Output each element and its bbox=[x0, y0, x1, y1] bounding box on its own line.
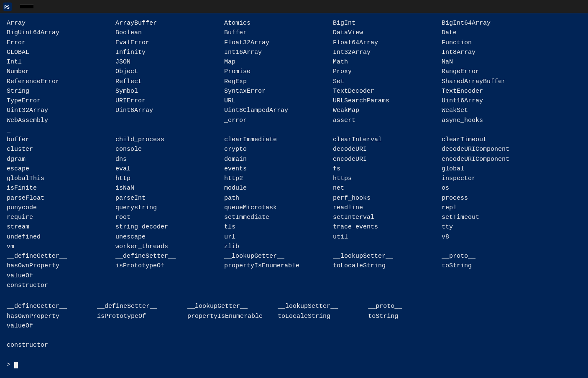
grid-cell: process bbox=[442, 193, 550, 203]
grid-cell bbox=[224, 281, 333, 290]
grid-cell: __defineGetter__ bbox=[7, 251, 115, 261]
grid-cell: buffer bbox=[7, 135, 115, 145]
grid-cell: TextDecoder bbox=[333, 86, 442, 96]
grid-cell: RangeError bbox=[442, 67, 550, 76]
grid-cell bbox=[224, 271, 333, 281]
grid-cell: v8 bbox=[442, 232, 550, 242]
grid-cell: worker_threads bbox=[115, 242, 224, 251]
grid-cell: Promise bbox=[224, 67, 333, 76]
grid-cell: Int16Array bbox=[224, 48, 333, 57]
grid-cell: TextEncoder bbox=[442, 86, 550, 96]
grid-cell: Math bbox=[333, 57, 442, 67]
minimize-button[interactable] bbox=[524, 0, 543, 13]
grid-cell: BigUint64Array bbox=[7, 28, 115, 38]
grid-cell: parseInt bbox=[115, 193, 224, 203]
grid-cell bbox=[333, 271, 442, 281]
grid-cell: child_process bbox=[115, 135, 224, 145]
grid-cell: repl bbox=[442, 203, 550, 213]
grid-cell: http bbox=[115, 174, 224, 183]
grid-cell: decodeURI bbox=[333, 145, 442, 154]
svg-text:PS: PS bbox=[4, 5, 10, 10]
grid-cell: Object bbox=[115, 67, 224, 76]
grid-cell bbox=[115, 116, 224, 125]
grid-cell: tls bbox=[224, 222, 333, 232]
grid-cell: URL bbox=[224, 96, 333, 106]
terminal-window[interactable]: ArrayArrayBufferAtomicsBigIntBigInt64Arr… bbox=[0, 13, 588, 378]
final-prompt[interactable]: > bbox=[7, 360, 581, 370]
grid-cell: RegExp bbox=[224, 77, 333, 86]
grid-cell: Reflect bbox=[115, 77, 224, 86]
grid-cell: parseFloat bbox=[7, 193, 115, 203]
active-tab[interactable] bbox=[20, 5, 33, 8]
grid-cell: Boolean bbox=[115, 28, 224, 38]
grid-cell: isFinite bbox=[7, 183, 115, 193]
grid-cell: vm bbox=[7, 242, 115, 251]
globals-grid: ArrayArrayBufferAtomicsBigIntBigInt64Arr… bbox=[7, 18, 581, 290]
grid-cell: clearImmediate bbox=[224, 135, 333, 145]
grid-cell: _error bbox=[224, 116, 333, 125]
cursor bbox=[14, 362, 18, 368]
grid-cell: WeakMap bbox=[333, 106, 442, 115]
grid-cell: root bbox=[115, 213, 224, 222]
grid-cell: BigInt64Array bbox=[442, 18, 550, 28]
grid-cell: http2 bbox=[224, 174, 333, 183]
grid-cell: queueMicrotask bbox=[224, 203, 333, 213]
grid-cell: propertyIsEnumerable bbox=[224, 261, 333, 271]
grid-cell: __lookupGetter__ bbox=[224, 251, 333, 261]
grid-cell bbox=[333, 242, 442, 251]
grid-cell: __lookupSetter__ bbox=[333, 251, 442, 261]
grid-cell: setTimeout bbox=[442, 213, 550, 222]
grid-cell: inspector bbox=[442, 174, 550, 183]
grid-cell: stream bbox=[7, 222, 115, 232]
grid-cell: Array bbox=[7, 18, 115, 28]
grid-cell: https bbox=[333, 174, 442, 183]
grid-cell: os bbox=[442, 183, 550, 193]
maximize-button[interactable] bbox=[545, 0, 564, 13]
grid-cell: undefined bbox=[7, 232, 115, 242]
grid-cell: DataView bbox=[333, 28, 442, 38]
grid-cell: globalThis bbox=[7, 174, 115, 183]
grid-cell: Int8Array bbox=[442, 48, 550, 57]
grid-cell: Atomics bbox=[224, 18, 333, 28]
special-row-1: __defineGetter__ __defineSetter__ __look… bbox=[7, 302, 581, 311]
grid-cell: crypto bbox=[224, 145, 333, 154]
grid-cell: escape bbox=[7, 164, 115, 174]
grid-cell: ReferenceError bbox=[7, 77, 115, 86]
grid-cell: Map bbox=[224, 57, 333, 67]
grid-cell: readline bbox=[333, 203, 442, 213]
grid-cell: constructor bbox=[7, 281, 115, 290]
grid-cell: String bbox=[7, 86, 115, 96]
grid-cell: cluster bbox=[7, 145, 115, 154]
grid-cell: Function bbox=[442, 38, 550, 48]
grid-cell: EvalError bbox=[115, 38, 224, 48]
grid-cell: async_hooks bbox=[442, 116, 550, 125]
app-icon: PS bbox=[3, 3, 12, 11]
grid-cell: url bbox=[224, 232, 333, 242]
grid-cell: Float64Array bbox=[333, 38, 442, 48]
grid-cell bbox=[224, 125, 333, 135]
grid-cell: require bbox=[7, 213, 115, 222]
grid-cell: JSON bbox=[115, 57, 224, 67]
grid-cell: Uint8ClampedArray bbox=[224, 106, 333, 115]
grid-cell: SyntaxError bbox=[224, 86, 333, 96]
grid-cell: domain bbox=[224, 155, 333, 164]
blank-line-2 bbox=[7, 331, 581, 340]
grid-cell: WebAssembly bbox=[7, 116, 115, 125]
grid-cell bbox=[442, 125, 550, 135]
grid-cell bbox=[442, 281, 550, 290]
grid-cell: assert bbox=[333, 116, 442, 125]
titlebar: PS bbox=[0, 0, 588, 13]
grid-cell: zlib bbox=[224, 242, 333, 251]
grid-cell: WeakSet bbox=[442, 106, 550, 115]
grid-cell: module bbox=[224, 183, 333, 193]
blank-line-1 bbox=[7, 292, 581, 302]
grid-cell: trace_events bbox=[333, 222, 442, 232]
blank-line-3 bbox=[7, 350, 581, 360]
grid-cell: fs bbox=[333, 164, 442, 174]
grid-cell: querystring bbox=[115, 203, 224, 213]
grid-cell: Uint8Array bbox=[115, 106, 224, 115]
close-button[interactable] bbox=[565, 0, 585, 13]
grid-cell: NaN bbox=[442, 57, 550, 67]
grid-cell: setInterval bbox=[333, 213, 442, 222]
grid-cell: util bbox=[333, 232, 442, 242]
